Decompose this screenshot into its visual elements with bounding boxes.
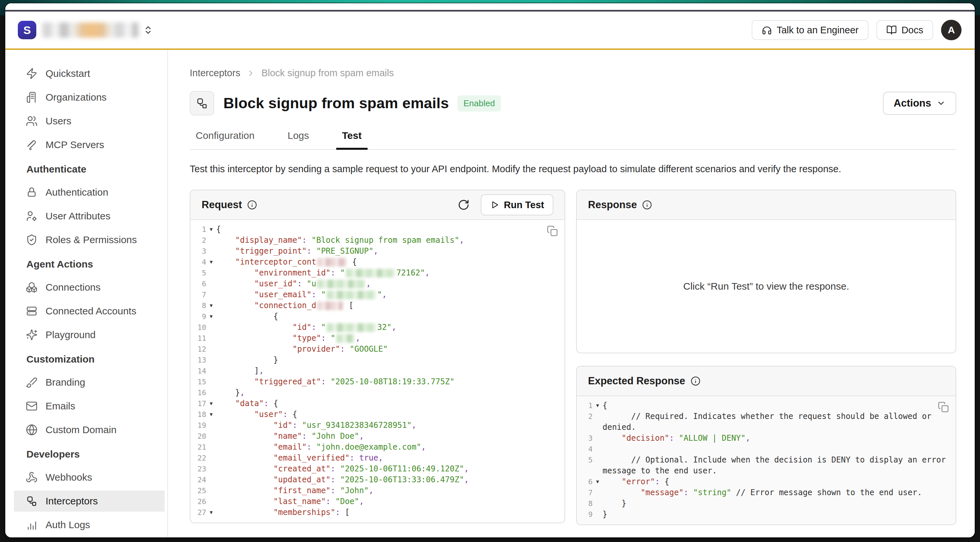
code-line: 7 "message": "string" // Error message s… [577, 487, 956, 498]
code-line: 24 "updated_at": "2025-10-06T13:33:06.47… [190, 474, 565, 485]
sidebar-item-quickstart[interactable]: Quickstart [14, 63, 165, 84]
request-code-editor[interactable]: 1▼{2 "display_name": "Block signup from … [190, 220, 565, 523]
interceptor-icon [26, 495, 38, 507]
interceptor-icon [196, 97, 208, 110]
sidebar-label: Authentication [46, 187, 108, 198]
code-line: 11 "type": ", [190, 333, 565, 344]
webhook-icon [26, 471, 38, 483]
code-line: 25 "first_name": "John", [190, 485, 565, 496]
sidebar-section-agent-actions: Agent Actions [14, 257, 165, 271]
expected-response-panel: Expected Response [576, 366, 956, 525]
brand-logo-letter: S [24, 24, 31, 37]
code-line: 13 } [190, 354, 565, 366]
sidebar-item-custom-domain[interactable]: Custom Domain [14, 419, 165, 440]
redacted-value [317, 280, 365, 288]
tab-logs[interactable]: Logs [282, 130, 315, 149]
tab-test[interactable]: Test [336, 130, 368, 149]
topbar-right: Talk to an Engineer Docs A [752, 20, 961, 40]
sidebar-item-playground[interactable]: Playground [14, 324, 165, 345]
sidebar-item-authentication[interactable]: Authentication [14, 182, 165, 203]
sidebar-item-users[interactable]: Users [14, 111, 165, 132]
sidebar-section-customization: Customization [14, 353, 165, 366]
sidebar-item-mcp-servers[interactable]: MCP Servers [14, 134, 165, 156]
screen: S Talk to an Engineer [0, 0, 980, 542]
run-test-label: Run Test [504, 200, 544, 210]
app-window: S Talk to an Engineer [5, 3, 975, 537]
sidebar-label: Roles & Permissions [46, 234, 137, 245]
page-title: Block signup from spam emails [223, 95, 449, 112]
code-line: 22 "email_verified": true, [190, 453, 565, 464]
user-avatar[interactable]: A [941, 20, 961, 40]
workspace-switcher[interactable] [143, 25, 153, 35]
sidebar-label: Playground [46, 329, 96, 340]
server-stack-icon [26, 305, 38, 317]
expected-response-header: Expected Response [577, 367, 956, 396]
interceptor-title-icon-box [190, 91, 214, 116]
code-line: 23 "created_at": "2025-10-06T11:06:49.12… [190, 464, 565, 474]
code-line: 5 "environment_id": "72162", [190, 267, 565, 278]
info-icon[interactable] [690, 376, 700, 386]
code-line: 2 "display_name": "Block signup from spa… [190, 235, 565, 246]
breadcrumb-current: Block signup from spam emails [261, 68, 394, 78]
tab-configuration[interactable]: Configuration [190, 130, 260, 149]
redacted-value [336, 334, 355, 343]
response-panel: Response Click “Run Test” to view the re… [576, 190, 956, 353]
copy-request-button[interactable] [547, 225, 558, 237]
sidebar-item-interceptors[interactable]: Interceptors [14, 491, 165, 512]
code-line: 6 "user_id": "u, [190, 278, 565, 289]
user-gear-icon [26, 210, 38, 222]
actions-button[interactable]: Actions [883, 92, 956, 115]
actions-label: Actions [894, 97, 931, 109]
users-icon [26, 115, 38, 127]
sidebar-item-user-attributes[interactable]: User Attributes [14, 205, 165, 227]
brand-logo[interactable]: S [18, 21, 36, 39]
code-line: 18▼ "user": { [190, 409, 565, 420]
sidebar-label: Quickstart [46, 68, 90, 79]
code-line: 8▼ "connection_d [ [190, 300, 565, 311]
play-icon [490, 200, 499, 210]
sidebar-item-emails[interactable]: Emails [14, 396, 165, 416]
book-open-icon [886, 25, 897, 35]
workspace-name-redacted[interactable] [42, 22, 138, 38]
sidebar-label: Auth Logs [46, 519, 90, 531]
zap-icon [26, 68, 38, 79]
sidebar: Quickstart Organizations Users MCP Serve… [5, 50, 168, 537]
sidebar-label: Interceptors [46, 496, 98, 507]
chevrons-up-down-icon [143, 25, 153, 35]
sidebar-label: User Attributes [46, 210, 111, 222]
sidebar-item-webhooks[interactable]: Webhooks [14, 467, 165, 488]
sidebar-label: MCP Servers [46, 139, 104, 150]
expected-response-title: Expected Response [588, 375, 685, 387]
info-icon[interactable] [642, 200, 652, 210]
sidebar-item-branding[interactable]: Branding [14, 372, 165, 393]
sidebar-section-developers: Developers [14, 448, 165, 461]
chevron-right-icon [246, 68, 255, 78]
breadcrumb-interceptors[interactable]: Interceptors [190, 68, 240, 78]
response-empty-state: Click “Run Test” to view the response. [577, 220, 956, 353]
sidebar-label: Connections [46, 282, 101, 293]
code-line: 26 "last_name": "Doe", [190, 496, 565, 507]
refresh-icon [458, 199, 469, 211]
talk-to-engineer-button[interactable]: Talk to an Engineer [752, 20, 869, 40]
code-line: 2 // Required. Indicates whether the req… [577, 411, 956, 433]
info-icon[interactable] [247, 200, 257, 210]
sidebar-item-auth-logs[interactable]: Auth Logs [14, 514, 165, 536]
panels: Request [190, 190, 956, 525]
code-line: 15 "triggered_at": "2025-10-08T18:19:33.… [190, 377, 565, 387]
copy-icon [938, 402, 949, 413]
sidebar-item-connected-accounts[interactable]: Connected Accounts [14, 300, 165, 322]
paintbrush-icon [26, 377, 38, 388]
docs-label: Docs [902, 25, 923, 36]
sidebar-item-organizations[interactable]: Organizations [14, 87, 165, 108]
sidebar-item-connections[interactable]: Connections [14, 277, 165, 298]
code-line: 20 "name": "John Doe", [190, 431, 565, 442]
run-test-button[interactable]: Run Test [481, 194, 554, 215]
docs-button[interactable]: Docs [877, 20, 933, 40]
sidebar-item-roles-permissions[interactable]: Roles & Permissions [14, 229, 165, 250]
code-line: 3 "trigger_point": "PRE_SIGNUP", [190, 246, 565, 257]
status-badge: Enabled [457, 95, 501, 111]
copy-expected-button[interactable] [938, 402, 949, 413]
breadcrumb: Interceptors Block signup from spam emai… [190, 68, 956, 78]
reset-request-button[interactable] [458, 199, 469, 211]
bar-chart-icon [26, 519, 38, 531]
